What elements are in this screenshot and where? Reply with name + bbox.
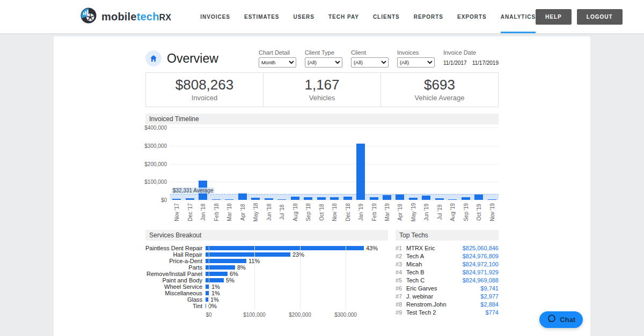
- top-tech-amount: $2,977: [480, 293, 499, 300]
- filter-label-client: Client: [351, 49, 389, 56]
- services-track: 43%: [206, 245, 388, 251]
- stat-label-vehicles: Vehicles: [264, 94, 380, 102]
- nav-item-analytics[interactable]: ANALYTICS: [501, 0, 536, 33]
- timeline-bar-nov-17[interactable]: [172, 199, 181, 200]
- timeline-bar-apr-19[interactable]: [396, 195, 404, 200]
- nav-item-users[interactable]: USERS: [294, 0, 314, 33]
- invoice-date-end[interactable]: 11/17/2019: [472, 60, 499, 66]
- services-label-glass: Glass: [145, 296, 206, 303]
- services-breakout-section: Services Breakout Paintless Dent Repair4…: [145, 230, 388, 319]
- home-icon[interactable]: [145, 50, 162, 66]
- timeline-ytick: $100,000: [144, 179, 167, 185]
- services-bar-hail-repair[interactable]: [206, 252, 290, 257]
- timeline-xtick-label: Jan '18: [200, 204, 206, 221]
- timeline-xtick-label: Oct '18: [318, 204, 324, 220]
- timeline-bar-sep-19[interactable]: [462, 197, 470, 200]
- top-tech-amount: $825,060,846: [463, 245, 499, 251]
- timeline-bar-dec-17[interactable]: [186, 198, 194, 200]
- nav-item-reports[interactable]: REPORTS: [414, 0, 443, 33]
- timeline-xtick-label: Mar '18: [226, 203, 232, 221]
- timeline-bar-feb-19[interactable]: [370, 197, 378, 200]
- timeline-bar-feb-18[interactable]: [212, 199, 221, 200]
- timeline-bar-slot: [223, 128, 236, 200]
- brand-text: mobiletechRX: [101, 11, 171, 23]
- timeline-bar-jul-19[interactable]: [435, 198, 444, 200]
- timeline-bar-mar-19[interactable]: [383, 195, 391, 200]
- services-bar-parts[interactable]: [206, 265, 235, 270]
- services-row-remove-install-panel: Remove/Install Panel6%: [145, 271, 388, 277]
- help-button[interactable]: HELP: [536, 9, 572, 25]
- stat-vehicles: 1,167Vehicles: [263, 73, 380, 107]
- timeline-xtick-label: Mar '19: [384, 203, 390, 221]
- timeline-bar-aug-18[interactable]: [291, 197, 299, 200]
- services-percent-paintless-dent-repair: 43%: [366, 245, 378, 251]
- timeline-bar-dec-18[interactable]: [343, 197, 352, 200]
- brand-logo[interactable]: mobiletechRX: [80, 8, 171, 26]
- timeline-bar-oct-19[interactable]: [474, 195, 483, 200]
- services-label-price-a-dent: Price-a-Dent: [145, 258, 206, 264]
- top-tech-amount: $824,969,088: [463, 277, 499, 283]
- logout-button[interactable]: LOGOUT: [577, 9, 623, 25]
- timeline-xtick-nov-17: Nov '17: [170, 200, 183, 225]
- timeline-xtick-label: Oct '19: [476, 204, 482, 220]
- invoice-date-start[interactable]: 11/1/2017: [443, 60, 467, 66]
- timeline-bar-jan-19[interactable]: [356, 144, 365, 200]
- timeline-bar-may-19[interactable]: [409, 198, 418, 200]
- timeline-xtick-feb-19: Feb '19: [367, 200, 380, 225]
- timeline-bar-aug-19[interactable]: [448, 199, 457, 200]
- filter-client-type: Client Type(All): [305, 49, 342, 68]
- services-bar-glass[interactable]: [206, 297, 208, 302]
- filter-label-invoices: Invoices: [397, 49, 435, 56]
- timeline-bar-may-18[interactable]: [251, 198, 260, 200]
- timeline-xtick-label: Apr '18: [239, 204, 245, 220]
- timeline-bar-apr-18[interactable]: [238, 193, 247, 200]
- timeline-bar-nov-18[interactable]: [330, 197, 339, 200]
- timeline-bar-slot: [328, 128, 341, 200]
- top-tech-row-tech-c: #5Tech C$824,969,088: [396, 277, 499, 285]
- top-tech-row-j-webinar: #7J. webinar$2,977: [396, 292, 499, 300]
- timeline-bars: [170, 128, 499, 200]
- chat-label: Chat: [560, 316, 575, 324]
- filter-groups: Chart DetailMonthClient Type(All)Client(…: [259, 49, 435, 68]
- timeline-xtick-label: Dec '17: [187, 203, 193, 221]
- nav-item-clients[interactable]: CLIENTS: [373, 0, 400, 33]
- services-track: 5%: [206, 277, 388, 283]
- invoice-date-values: 11/1/2017 11/17/2019: [443, 60, 499, 66]
- filter-select-invoices[interactable]: (All): [397, 57, 435, 68]
- timeline-bar-mar-18[interactable]: [225, 199, 233, 200]
- services-label-wheel-service: Wheel Service: [145, 283, 206, 290]
- filter-select-client-type[interactable]: (All): [305, 57, 342, 68]
- timeline-bar-slot: [433, 128, 446, 200]
- nav-item-estimates[interactable]: ESTIMATES: [244, 0, 279, 33]
- timeline-xtick-jul-18: Jul '18: [275, 200, 288, 225]
- timeline-bar-oct-18[interactable]: [317, 197, 326, 200]
- services-bar-tint[interactable]: [206, 304, 206, 308]
- timeline-xtick-jan-18: Jan '18: [196, 200, 209, 225]
- timeline-bar-slot: [354, 128, 367, 200]
- services-label-tint: Tint: [145, 303, 206, 309]
- nav-item-tech-pay[interactable]: TECH PAY: [328, 0, 359, 33]
- services-label-miscellaneous: Miscellaneous: [145, 290, 206, 296]
- timeline-bar-sep-18[interactable]: [304, 197, 312, 200]
- timeline-bar-slot: [407, 128, 420, 200]
- services-x-axis: $0$100,000$200,000$300,000: [145, 311, 388, 319]
- timeline-xtick-mar-18: Mar '18: [223, 200, 236, 225]
- top-tech-name: MTRX Eric: [406, 245, 435, 251]
- top-tech-row-tech-b: #4Tech B$824,971,929: [396, 268, 499, 277]
- timeline-bar-jun-18[interactable]: [265, 198, 273, 200]
- top-tech-row-test-tech-2: #9Test Tech 2$774: [396, 308, 499, 316]
- services-bar-price-a-dent[interactable]: [206, 259, 246, 263]
- timeline-bar-nov-19[interactable]: [488, 199, 496, 200]
- timeline-bar-jun-19[interactable]: [422, 196, 430, 200]
- nav-item-invoices[interactable]: INVOICES: [200, 0, 230, 33]
- filter-select-chart-detail[interactable]: Month: [259, 57, 296, 68]
- timeline-xtick-label: Jun '18: [266, 204, 272, 221]
- stat-value-vehicles: 1,167: [264, 77, 380, 93]
- nav-item-exports[interactable]: EXPORTS: [457, 0, 487, 33]
- services-bar-paintless-dent-repair[interactable]: [206, 246, 364, 250]
- filter-select-client[interactable]: (All): [351, 57, 389, 68]
- filter-client: Client(All): [351, 49, 389, 68]
- timeline-bar-jul-18[interactable]: [277, 199, 286, 200]
- services-row-miscellaneous: Miscellaneous1%: [145, 290, 388, 296]
- chat-button[interactable]: Chat: [539, 311, 583, 328]
